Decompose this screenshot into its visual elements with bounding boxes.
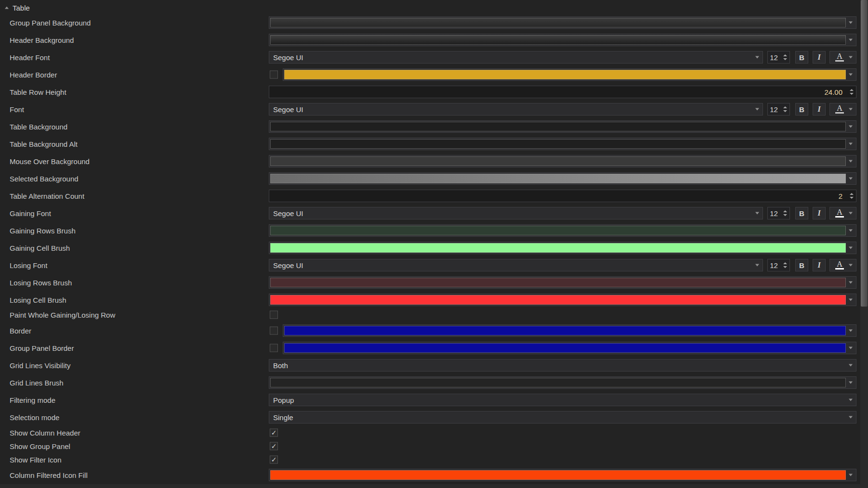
spin-up-icon[interactable] xyxy=(783,54,787,56)
settings-row: Table Row Height 24.00 xyxy=(0,83,860,101)
settings-row: Losing Font Segoe UI 12 B I A xyxy=(0,257,860,274)
collapse-arrow-icon[interactable] xyxy=(5,7,9,9)
bold-button[interactable]: B xyxy=(795,103,808,116)
font-family-dropdown[interactable]: Segoe UI xyxy=(269,259,763,271)
spin-up-icon[interactable] xyxy=(783,210,787,212)
brush-dropdown[interactable] xyxy=(269,16,856,29)
italic-button[interactable]: I xyxy=(813,259,826,271)
chevron-down-icon xyxy=(849,160,853,163)
font-color-icon: A xyxy=(835,260,844,270)
settings-row: Header Background xyxy=(0,31,860,49)
settings-row: Losing Rows Brush xyxy=(0,274,860,291)
spin-up-icon[interactable] xyxy=(783,262,787,264)
spin-up-icon[interactable] xyxy=(850,193,854,195)
color-dropdown[interactable] xyxy=(269,224,856,237)
color-dropdown[interactable] xyxy=(269,376,856,389)
row-label: Show Group Panel xyxy=(10,442,70,450)
color-dropdown[interactable] xyxy=(269,120,856,133)
spinner-buttons[interactable] xyxy=(783,210,787,216)
color-dropdown[interactable] xyxy=(283,342,856,354)
spin-up-icon[interactable] xyxy=(783,106,787,108)
font-size-spinner[interactable]: 12 xyxy=(767,259,790,271)
font-color-dropdown[interactable]: A xyxy=(829,51,856,64)
vertical-scrollbar[interactable] xyxy=(860,0,868,488)
color-dropdown[interactable] xyxy=(269,294,856,306)
font-color-dropdown[interactable]: A xyxy=(829,103,856,116)
row-label: Losing Rows Brush xyxy=(10,279,72,287)
settings-row: Show Group Panel ✓ xyxy=(0,439,860,453)
italic-button[interactable]: I xyxy=(813,51,826,64)
font-family-dropdown[interactable]: Segoe UI xyxy=(269,207,763,219)
chevron-down-icon xyxy=(849,22,853,24)
checkmark-icon: ✓ xyxy=(271,456,277,463)
color-dropdown[interactable] xyxy=(283,324,856,337)
row-label: Table Background xyxy=(10,123,67,131)
settings-row: Group Panel Background xyxy=(0,14,860,31)
row-label: Grid Lines Brush xyxy=(10,379,64,387)
select-dropdown[interactable]: Both xyxy=(269,359,856,372)
chevron-down-icon xyxy=(849,264,853,267)
brush-dropdown[interactable] xyxy=(269,172,856,185)
font-color-dropdown[interactable]: A xyxy=(829,259,856,271)
settings-row: Show Column Header ✓ xyxy=(0,426,860,439)
color-dropdown[interactable] xyxy=(269,138,856,150)
checkbox[interactable]: ✓ xyxy=(270,311,278,319)
bold-button[interactable]: B xyxy=(795,51,808,64)
font-family-dropdown[interactable]: Segoe UI xyxy=(269,51,763,64)
checkbox[interactable]: ✓ xyxy=(270,456,278,464)
color-dropdown[interactable] xyxy=(269,469,856,481)
checkbox[interactable]: ✓ xyxy=(270,442,278,450)
checkmark-icon: ✓ xyxy=(271,443,277,449)
spinner-buttons[interactable] xyxy=(783,54,787,60)
font-family-value: Segoe UI xyxy=(273,53,303,62)
bold-button[interactable]: B xyxy=(795,259,808,271)
spin-down-icon[interactable] xyxy=(783,266,787,268)
settings-row: Font Segoe UI 12 B I A xyxy=(0,101,860,118)
select-dropdown[interactable]: Popup xyxy=(269,394,856,406)
color-dropdown[interactable] xyxy=(283,68,856,81)
bold-label: B xyxy=(799,209,804,218)
row-label: Losing Cell Brush xyxy=(10,296,66,304)
chevron-down-icon xyxy=(849,382,853,384)
settings-row: Border ✓ xyxy=(0,322,860,339)
bold-button[interactable]: B xyxy=(795,207,808,219)
spinner-buttons[interactable] xyxy=(783,262,787,268)
checkbox[interactable]: ✓ xyxy=(270,327,278,335)
spin-down-icon[interactable] xyxy=(783,214,787,216)
settings-row: Selection mode Single xyxy=(0,409,860,426)
italic-button[interactable]: I xyxy=(813,207,826,219)
font-size-spinner[interactable]: 12 xyxy=(767,207,790,219)
spin-down-icon[interactable] xyxy=(783,110,787,112)
color-dropdown[interactable] xyxy=(269,276,856,289)
spin-down-icon[interactable] xyxy=(783,58,787,60)
color-swatch xyxy=(270,139,846,149)
checkbox[interactable]: ✓ xyxy=(270,429,278,437)
number-field[interactable]: 24.00 xyxy=(269,86,856,98)
settings-row: Gaining Cell Brush xyxy=(0,239,860,257)
number-field[interactable]: 2 xyxy=(269,190,856,202)
color-dropdown[interactable] xyxy=(269,155,856,167)
group-header-table[interactable]: Table xyxy=(0,1,860,14)
checkbox[interactable]: ✓ xyxy=(270,344,278,352)
spinner-buttons[interactable] xyxy=(850,193,854,199)
font-color-dropdown[interactable]: A xyxy=(829,207,856,219)
brush-dropdown[interactable] xyxy=(269,34,856,46)
row-label: Grid Lines Visibility xyxy=(10,361,70,370)
select-dropdown[interactable]: Single xyxy=(269,411,856,424)
spin-down-icon[interactable] xyxy=(850,93,854,95)
scrollbar-thumb[interactable] xyxy=(861,0,868,307)
settings-row: Column Filtered Icon Fill xyxy=(0,466,860,484)
font-size-spinner[interactable]: 12 xyxy=(767,103,790,116)
spinner-buttons[interactable] xyxy=(783,106,787,112)
color-dropdown[interactable] xyxy=(269,242,856,254)
settings-row: Gaining Rows Brush xyxy=(0,222,860,239)
spin-up-icon[interactable] xyxy=(850,89,854,91)
checkbox[interactable]: ✓ xyxy=(270,71,278,79)
italic-button[interactable]: I xyxy=(813,103,826,116)
font-size-spinner[interactable]: 12 xyxy=(767,51,790,64)
chevron-down-icon xyxy=(849,299,853,301)
settings-row: Losing Cell Brush xyxy=(0,291,860,308)
font-family-dropdown[interactable]: Segoe UI xyxy=(269,103,763,116)
spin-down-icon[interactable] xyxy=(850,197,854,199)
spinner-buttons[interactable] xyxy=(850,89,854,95)
